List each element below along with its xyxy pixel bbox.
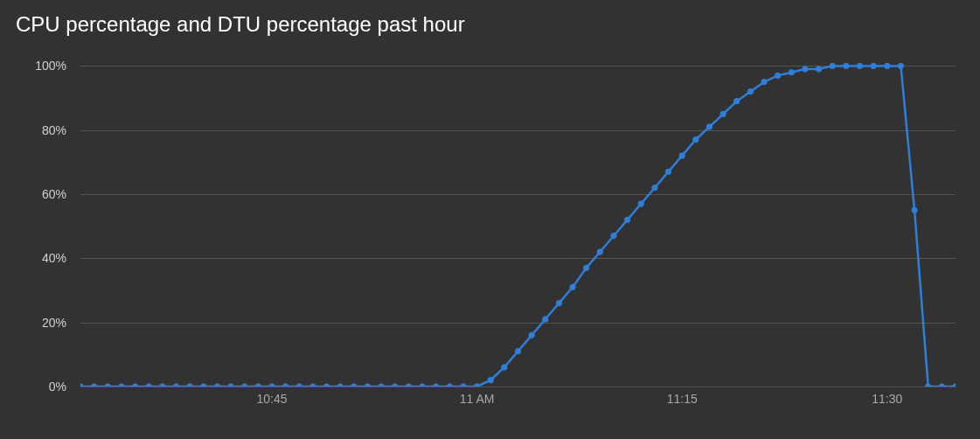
data-point[interactable] (502, 365, 507, 370)
data-point[interactable] (80, 384, 83, 387)
data-point[interactable] (747, 89, 753, 94)
data-point[interactable] (269, 384, 275, 387)
data-point[interactable] (379, 384, 384, 387)
data-point[interactable] (789, 70, 794, 75)
data-point[interactable] (761, 80, 767, 85)
data-point[interactable] (734, 99, 740, 104)
data-point[interactable] (365, 384, 370, 387)
data-point[interactable] (201, 384, 206, 387)
data-point[interactable] (282, 384, 288, 387)
x-tick-label: 11:30 (872, 392, 902, 406)
data-point[interactable] (255, 384, 261, 387)
data-point[interactable] (91, 384, 96, 387)
data-point[interactable] (693, 137, 699, 143)
x-tick-label: 11:15 (667, 392, 698, 406)
data-point[interactable] (119, 384, 124, 387)
data-point[interactable] (337, 384, 343, 387)
data-point[interactable] (720, 111, 726, 116)
y-tick-label: 20% (42, 316, 66, 330)
data-point[interactable] (898, 63, 903, 68)
data-point[interactable] (885, 63, 890, 68)
chart-area: 100% 80% 60% 40% 20% 0% 10:45 11 AM 11:1… (16, 45, 964, 430)
series-line (80, 66, 956, 387)
data-point[interactable] (393, 384, 398, 387)
data-point[interactable] (515, 348, 520, 353)
data-point[interactable] (214, 384, 219, 387)
data-point[interactable] (857, 63, 862, 68)
data-point[interactable] (679, 153, 685, 158)
data-point[interactable] (406, 384, 411, 387)
data-point[interactable] (844, 63, 849, 68)
data-point[interactable] (953, 384, 956, 387)
data-point[interactable] (665, 169, 671, 174)
data-point[interactable] (310, 384, 316, 387)
data-point[interactable] (624, 217, 629, 222)
data-point[interactable] (543, 317, 548, 322)
data-point[interactable] (187, 384, 192, 387)
y-tick-label: 80% (42, 123, 66, 137)
data-point[interactable] (775, 73, 780, 78)
chart-svg (80, 45, 956, 387)
data-point[interactable] (816, 66, 821, 72)
data-point[interactable] (132, 384, 137, 387)
data-point[interactable] (351, 384, 357, 387)
data-point[interactable] (926, 384, 931, 387)
data-point[interactable] (105, 384, 110, 387)
gridline (80, 387, 956, 387)
data-point[interactable] (556, 300, 561, 305)
data-point[interactable] (461, 384, 466, 387)
y-tick-label: 60% (42, 187, 66, 201)
data-point[interactable] (488, 377, 493, 382)
data-point[interactable] (160, 384, 165, 387)
data-point[interactable] (296, 384, 302, 387)
data-point[interactable] (474, 384, 479, 387)
data-point[interactable] (241, 384, 247, 387)
data-point[interactable] (912, 207, 917, 213)
data-point[interactable] (652, 185, 657, 191)
data-point[interactable] (584, 265, 589, 270)
data-point[interactable] (433, 384, 438, 387)
data-point[interactable] (611, 233, 616, 239)
y-tick-label: 40% (42, 251, 66, 265)
x-tick-label: 10:45 (256, 392, 287, 406)
data-point[interactable] (939, 384, 944, 387)
data-point[interactable] (323, 384, 329, 387)
y-tick-label: 0% (49, 380, 66, 394)
data-point[interactable] (638, 201, 643, 206)
data-point[interactable] (146, 384, 151, 387)
data-point[interactable] (597, 249, 602, 254)
data-point[interactable] (871, 63, 876, 68)
data-point[interactable] (420, 384, 425, 387)
data-point[interactable] (447, 384, 452, 387)
metrics-panel: CPU percentage and DTU percentage past h… (0, 0, 980, 439)
data-point[interactable] (570, 284, 575, 289)
y-axis-labels: 100% 80% 60% 40% 20% 0% (16, 45, 72, 387)
data-point[interactable] (830, 63, 835, 68)
x-axis-labels: 10:45 11 AM 11:15 11:30 (80, 392, 956, 418)
data-point[interactable] (228, 384, 233, 387)
data-point[interactable] (173, 384, 178, 387)
data-point[interactable] (529, 332, 534, 338)
chart-title: CPU percentage and DTU percentage past h… (16, 12, 964, 37)
y-tick-label: 100% (35, 59, 66, 73)
data-point[interactable] (803, 66, 808, 72)
x-tick-label: 11 AM (460, 392, 495, 406)
plot-region[interactable] (80, 45, 956, 387)
data-point[interactable] (706, 124, 712, 129)
